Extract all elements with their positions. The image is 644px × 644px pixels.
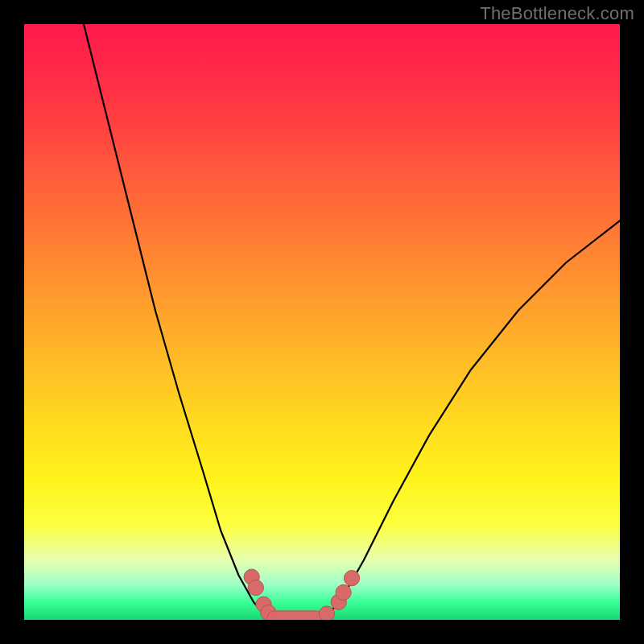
bead xyxy=(336,584,351,600)
plot-area xyxy=(24,24,620,620)
watermark-label: TheBottleneck.com xyxy=(480,3,634,24)
chart-frame: TheBottleneck.com xyxy=(0,0,644,644)
bead xyxy=(248,580,263,595)
curve-right-branch xyxy=(322,221,620,620)
bead xyxy=(319,606,334,620)
bead-capsule xyxy=(267,611,324,620)
curve-svg xyxy=(24,24,620,620)
bead xyxy=(344,571,359,586)
bead-group xyxy=(244,569,360,620)
curve-left-branch xyxy=(84,24,275,620)
